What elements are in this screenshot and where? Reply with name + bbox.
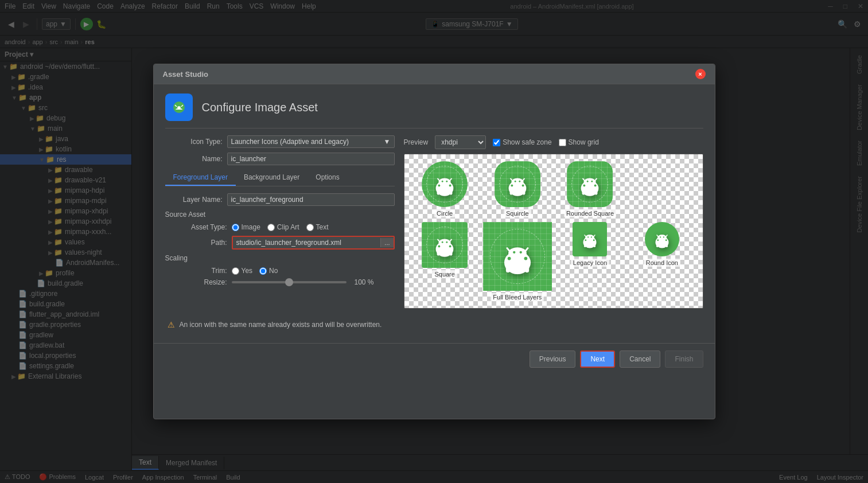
safe-zone-checkbox[interactable] xyxy=(493,139,500,146)
warning-row: ⚠ An icon with the same name already exi… xyxy=(165,315,703,334)
radio-image-label: Image xyxy=(242,223,260,231)
android-robot-circle xyxy=(431,170,458,198)
cancel-button[interactable]: Cancel xyxy=(620,350,660,368)
icon-type-label: Icon Type: xyxy=(165,138,223,146)
show-grid-check[interactable]: Show grid xyxy=(559,138,599,146)
radio-text-label: Text xyxy=(316,223,329,231)
legacy-label: Legacy Icon xyxy=(571,259,609,267)
config-header: Configure Image Asset xyxy=(165,94,703,128)
safe-zone-label: Show safe zone xyxy=(503,138,551,146)
tab-options[interactable]: Options xyxy=(308,170,347,186)
preview-legacy: Legacy Icon xyxy=(556,222,624,301)
name-input[interactable] xyxy=(227,153,395,165)
svg-point-33 xyxy=(591,181,593,182)
modal-close-button[interactable]: × xyxy=(695,69,706,79)
svg-rect-55 xyxy=(525,263,529,272)
radio-text-input[interactable] xyxy=(306,224,314,231)
svg-point-31 xyxy=(584,178,596,185)
svg-point-38 xyxy=(449,245,451,247)
icon-legacy-shape xyxy=(573,222,607,256)
preview-circle: Circle xyxy=(411,161,478,217)
svg-rect-35 xyxy=(595,188,598,195)
path-input-wrapper: ... xyxy=(232,236,395,250)
svg-point-28 xyxy=(594,184,597,186)
icon-circle-shape xyxy=(422,161,468,207)
finish-button[interactable]: Finish xyxy=(665,350,703,368)
path-browse-button[interactable]: ... xyxy=(380,238,393,247)
radio-trim-yes-input[interactable] xyxy=(232,267,239,275)
icon-square-shape xyxy=(422,222,468,268)
resize-slider[interactable] xyxy=(232,281,347,283)
layer-name-label: Layer Name: xyxy=(165,196,223,204)
previous-button[interactable]: Previous xyxy=(530,350,576,368)
grid-checkbox[interactable] xyxy=(559,139,566,146)
preview-density-select[interactable]: xhdpi mdpi hdpi xxhdpi xxxhdpi xyxy=(435,135,486,149)
radio-image-input[interactable] xyxy=(232,224,239,231)
scaling-section-title: Scaling xyxy=(165,254,395,262)
svg-point-27 xyxy=(583,184,586,186)
name-label: Name: xyxy=(165,155,223,163)
svg-rect-45 xyxy=(450,249,453,256)
circle-label: Circle xyxy=(434,209,455,217)
svg-rect-75 xyxy=(665,242,668,247)
radio-trim-no-label: No xyxy=(269,267,278,275)
next-button[interactable]: Next xyxy=(580,350,615,368)
svg-point-67 xyxy=(657,239,659,241)
modal-header: Asset Studio × xyxy=(154,64,715,84)
trim-radio-group: Yes No xyxy=(232,267,278,275)
svg-rect-74 xyxy=(656,242,659,247)
asset-type-label: Asset Type: xyxy=(170,223,227,231)
layer-name-input[interactable] xyxy=(227,193,395,206)
tab-background-layer[interactable]: Background Layer xyxy=(236,170,308,186)
svg-point-51 xyxy=(508,247,527,259)
trim-row: Trim: Yes No xyxy=(170,267,395,275)
left-config-panel: Icon Type: Launcher Icons (Adaptive and … xyxy=(165,135,395,309)
show-safe-zone-check[interactable]: Show safe zone xyxy=(493,138,551,146)
svg-point-62 xyxy=(588,236,589,237)
grid-label: Show grid xyxy=(569,138,599,146)
layer-name-row: Layer Name: xyxy=(165,193,395,206)
svg-point-73 xyxy=(663,236,664,237)
svg-point-7 xyxy=(438,184,441,186)
svg-rect-14 xyxy=(437,188,440,195)
path-row: Path: ... xyxy=(170,236,395,250)
icon-full-bleed-shape xyxy=(483,222,552,291)
svg-point-72 xyxy=(660,236,661,237)
preview-rounded-square: Rounded Square xyxy=(556,161,624,217)
asset-studio-icon xyxy=(165,94,193,121)
asset-studio-dialog: Asset Studio × Configure xyxy=(153,64,715,419)
path-input[interactable] xyxy=(233,237,381,248)
svg-rect-54 xyxy=(506,263,510,272)
svg-point-21 xyxy=(511,178,523,185)
radio-clipart-label: Clip Art xyxy=(277,223,299,231)
svg-point-47 xyxy=(508,257,511,260)
svg-point-32 xyxy=(587,181,589,182)
modal-content: Icon Type: Launcher Icons (Adaptive and … xyxy=(165,135,703,309)
svg-rect-44 xyxy=(437,249,440,256)
tab-foreground-layer[interactable]: Foreground Layer xyxy=(165,170,236,186)
svg-point-68 xyxy=(665,239,667,241)
svg-point-17 xyxy=(511,184,513,186)
radio-image[interactable]: Image xyxy=(232,223,260,231)
svg-point-22 xyxy=(515,181,516,182)
radio-clipart-input[interactable] xyxy=(267,224,275,231)
svg-rect-34 xyxy=(582,188,585,195)
warning-text: An icon with the same name already exist… xyxy=(180,321,382,329)
radio-trim-no-input[interactable] xyxy=(259,267,267,275)
preview-toolbar: Preview xhdpi mdpi hdpi xxhdpi xxxhdpi S… xyxy=(404,135,703,149)
icon-type-select[interactable]: Launcher Icons (Adaptive and Legacy) ▼ xyxy=(227,135,395,148)
svg-point-8 xyxy=(449,184,451,186)
preview-empty-top xyxy=(628,161,695,217)
radio-clipart[interactable]: Clip Art xyxy=(267,223,299,231)
asset-type-row: Asset Type: Image Clip Art xyxy=(170,223,395,231)
svg-point-13 xyxy=(446,181,448,182)
radio-trim-yes[interactable]: Yes xyxy=(232,267,253,275)
svg-point-53 xyxy=(519,251,521,254)
android-robot-round xyxy=(652,229,672,250)
icon-round-shape xyxy=(645,222,679,256)
radio-trim-no[interactable]: No xyxy=(259,267,278,275)
square-label: Square xyxy=(432,270,457,278)
radio-text[interactable]: Text xyxy=(306,223,329,231)
svg-point-11 xyxy=(439,178,451,185)
svg-point-37 xyxy=(438,245,441,247)
